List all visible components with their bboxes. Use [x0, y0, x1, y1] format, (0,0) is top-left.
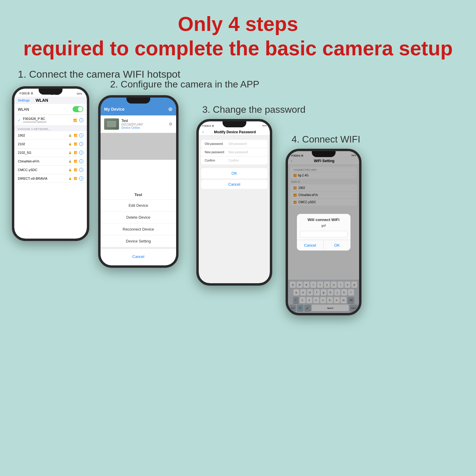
- title-line2: required to complete the basic camera se…: [23, 37, 453, 60]
- step4-label: 4. Connect WIFI: [292, 134, 360, 145]
- phone1-carrier: 中国联通 奥: [19, 92, 33, 95]
- step3-label: 3. Change the password: [202, 104, 306, 115]
- confirm-label: Confirm: [205, 159, 228, 162]
- network-unsecured: Unsecured Network: [23, 120, 72, 123]
- phone3: 中国移动 奥 1:35 AM 98% ‹ Modify Device Passw…: [196, 119, 272, 286]
- sheet-title: Test: [101, 190, 176, 200]
- phone4: 中国移动 奥 1:40 AM 99% ‹ WiFi Setting Connec…: [286, 149, 361, 315]
- main-title: Only 4 steps required to complete the ba…: [0, 0, 476, 66]
- phone1-battery: 56%: [77, 92, 82, 95]
- network-2102-info[interactable]: i: [79, 142, 83, 146]
- wlan-label: WLAN: [18, 107, 29, 112]
- delete-device-btn[interactable]: Delete Device: [101, 212, 176, 223]
- network-direct[interactable]: DIRECT-o9-BRAVIA 🔒 📶 i: [14, 174, 87, 183]
- old-password-label: Old password: [205, 142, 228, 145]
- edit-device-btn[interactable]: Edit Device: [101, 200, 176, 212]
- old-password-placeholder[interactable]: Old password: [228, 142, 247, 145]
- device-gear-icon[interactable]: ⚙: [169, 122, 173, 126]
- device-id: G011828YLHKF: [121, 123, 166, 126]
- info-icon[interactable]: i: [79, 118, 83, 122]
- confirm-row: Confirm Confirm: [201, 156, 267, 165]
- network-1902-info[interactable]: i: [79, 133, 83, 137]
- bottom-sheet: Test Edit Device Delete Device Reconnect…: [101, 187, 176, 265]
- network-2102[interactable]: 2102 🔒 📶 i: [14, 140, 87, 148]
- network-cmcc-info[interactable]: i: [79, 168, 83, 172]
- new-password-row: New password New password: [201, 148, 267, 156]
- phone1: 中国联通 奥 17:22 56% Settings WLAN WLAN ✓ F0…: [12, 86, 89, 241]
- device-name: Test: [121, 119, 166, 123]
- new-password-placeholder[interactable]: New password: [228, 151, 248, 154]
- network-chinanet-info[interactable]: i: [79, 159, 83, 163]
- ok-button[interactable]: OK: [201, 168, 267, 178]
- modal-password-input[interactable]: [300, 231, 347, 237]
- network-2102-5g[interactable]: 2102_5G 🔓 📶 i: [14, 148, 87, 157]
- modal-box: Will connect WiFi gxf Cancel OK: [297, 214, 350, 250]
- step1-label: 1. Connect the camera WIFI hotspot: [18, 68, 180, 80]
- phone3-carrier: 中国移动 奥: [202, 124, 214, 128]
- old-password-row: Old password Old password: [201, 140, 267, 148]
- device-thumbnail: [104, 118, 119, 130]
- phone2: My Device ⊕ Test G011828YLHKF Device Onl…: [98, 95, 178, 268]
- modal-ok-btn[interactable]: OK: [324, 240, 350, 250]
- wifi-connect-modal: Will connect WiFi gxf Cancel OK: [288, 151, 359, 313]
- wlan-toggle[interactable]: [73, 106, 83, 112]
- phone1-back[interactable]: Settings: [18, 98, 30, 102]
- modal-title: Will connect WiFi: [297, 214, 350, 223]
- confirm-placeholder[interactable]: Confirm: [228, 159, 239, 162]
- phone3-title: Modify Device Password: [203, 130, 266, 134]
- network-chinanet[interactable]: ChinaNet-eFrh 🔒 📶 i: [14, 157, 87, 166]
- network-direct-info[interactable]: i: [79, 176, 83, 181]
- connected-network-name[interactable]: F001828_P BC: [23, 117, 72, 120]
- phone3-battery: 98%: [262, 124, 267, 128]
- phone3-wrapper: 中国移动 奥 1:35 AM 98% ‹ Modify Device Passw…: [196, 119, 272, 286]
- network-1902[interactable]: 1902 🔒 📶 i: [14, 131, 87, 140]
- title-line1: Only 4 steps: [178, 12, 298, 35]
- device-status: Device Online: [121, 126, 166, 129]
- reconnect-device-btn[interactable]: Reconnect Device: [101, 223, 176, 235]
- device-item[interactable]: Test G011828YLHKF Device Online ⚙: [101, 115, 176, 133]
- step2-label: 2. Configure the camera in the APP: [110, 79, 259, 90]
- modal-cancel-btn[interactable]: Cancel: [297, 240, 324, 250]
- phone2-wrapper: My Device ⊕ Test G011828YLHKF Device Onl…: [98, 95, 178, 268]
- wifi-signal-icon: 📶: [73, 119, 77, 122]
- new-password-label: New password: [205, 151, 228, 154]
- device-setting-btn[interactable]: Device Setting: [101, 235, 176, 247]
- add-device-icon[interactable]: ⊕: [168, 106, 173, 112]
- modal-buttons: Cancel OK: [297, 240, 350, 250]
- choose-network-label: CHOOSE A NETWORK...: [14, 126, 87, 131]
- cancel-button[interactable]: Cancel: [201, 180, 267, 189]
- network-2102-5g-info[interactable]: i: [79, 151, 83, 155]
- sheet-cancel-btn[interactable]: Cancel: [101, 251, 176, 262]
- device-preview-area: [101, 133, 176, 160]
- checkmark-icon: ✓: [18, 118, 21, 122]
- phone4-wrapper: 中国移动 奥 1:40 AM 99% ‹ WiFi Setting Connec…: [286, 149, 361, 315]
- my-device-title: My Device: [104, 107, 124, 112]
- network-cmcc[interactable]: CMCC-ySDC 🔒 📶 i: [14, 166, 87, 174]
- phone1-title: WLAN: [36, 98, 48, 103]
- modal-subtitle: gxf: [297, 223, 350, 230]
- phone1-wrapper: 中国联通 奥 17:22 56% Settings WLAN WLAN ✓ F0…: [12, 86, 89, 241]
